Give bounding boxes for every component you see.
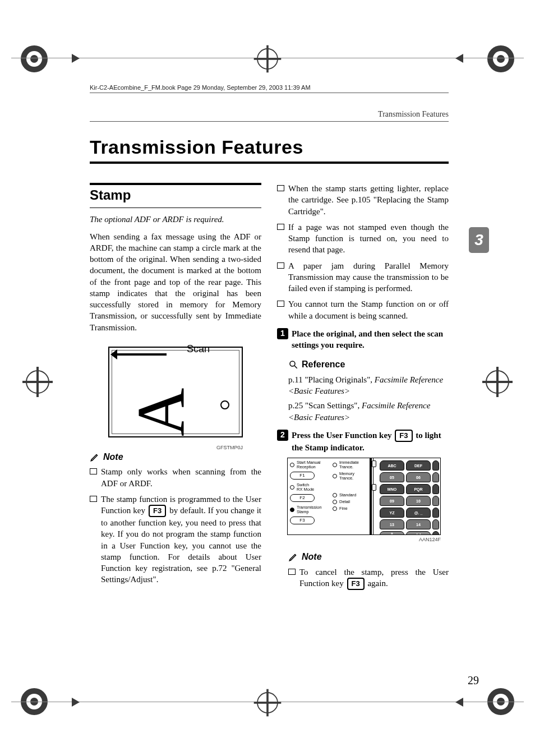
indicator-icon	[372, 460, 376, 467]
chapter-tab: 3	[469, 227, 489, 253]
led-icon	[333, 493, 337, 497]
magnifier-icon	[288, 359, 298, 370]
register-mark-top	[257, 48, 278, 70]
note-label-bottom: Note	[302, 551, 322, 563]
bottom-note-post: again.	[366, 579, 388, 588]
svg-point-8	[497, 55, 505, 63]
note-list-right-top: When the stamp starts getting lighter, r…	[277, 183, 449, 321]
page-title: Transmission Features	[90, 136, 449, 158]
step2-pre: Press the User Function key	[292, 431, 394, 440]
keypad-key	[432, 472, 439, 482]
fn-key-f1: F1	[290, 472, 315, 480]
control-panel-figure: Start ManualReception F1 SwitchRX Mode F…	[287, 458, 441, 535]
register-mark-right	[486, 370, 509, 394]
keycap-f3: F3	[347, 578, 365, 590]
reference-block: p.11 "Placing Originals", Facsimile Refe…	[277, 374, 449, 423]
keypad-key	[432, 508, 439, 518]
step-2: 2 Press the User Function key F3 to ligh…	[277, 430, 449, 453]
indicator-icon	[372, 484, 376, 491]
panel-label: TransmissionStamp	[297, 505, 321, 514]
panel-figure-code: AAN124F	[277, 536, 441, 543]
note-heading: Note	[90, 451, 261, 463]
led-icon	[333, 500, 337, 504]
keypad-key	[432, 496, 439, 506]
register-mark-bottom	[257, 692, 278, 713]
svg-point-2	[30, 55, 38, 63]
left-column: Stamp The optional ADF or ARDF is requir…	[90, 183, 261, 594]
keycap-f3: F3	[395, 430, 412, 442]
ref2-pre: p.25 "Scan Settings",	[288, 401, 362, 410]
panel-label: Start ManualReception	[297, 460, 321, 469]
panel-keypad: ABC DEF 05 06 MNO PQR	[372, 460, 439, 535]
crop-circle-tr	[486, 44, 516, 74]
keypad-key-space: ⌴Space	[406, 531, 431, 535]
fn-key-f2: F2	[290, 494, 315, 502]
keypad-key	[432, 484, 439, 494]
led-icon	[333, 463, 337, 467]
book-page-header: Kir-C2-AEcombine_F_FM.book Page 29 Monda…	[90, 84, 449, 93]
keypad-key: 09	[380, 496, 404, 506]
figure-code: GFSTMP0J	[216, 444, 243, 451]
page-number: 29	[468, 674, 479, 687]
title-rule	[90, 162, 449, 164]
list-item: If a page was not stamped even though th…	[277, 222, 449, 256]
panel-left-area: Start ManualReception F1 SwitchRX Mode F…	[290, 460, 368, 524]
guide-arrow-bl	[72, 698, 80, 707]
keypad-key: 14	[406, 519, 431, 529]
led-icon	[290, 508, 294, 512]
led-icon	[290, 463, 294, 467]
keypad-key: 05	[380, 472, 404, 482]
keypad-key: 10	[406, 496, 431, 506]
panel-label: Detail	[339, 500, 350, 504]
led-icon	[290, 485, 294, 490]
note-label: Note	[103, 451, 123, 463]
crop-circle-tl	[19, 44, 49, 74]
keypad-key-shift: ⇧Shift	[380, 531, 404, 535]
stamp-circle-icon	[220, 400, 229, 409]
svg-point-12	[290, 361, 295, 366]
reference-heading: Reference	[288, 358, 449, 371]
keypad-key: YZ	[380, 508, 404, 518]
guide-arrow-tr	[455, 54, 463, 63]
pencil-icon	[288, 552, 298, 562]
list-item: When the stamp starts getting lighter, r…	[277, 183, 449, 217]
keypad-key: PQR	[406, 484, 431, 494]
page-body: Kir-C2-AEcombine_F_FM.book Page 29 Monda…	[90, 84, 449, 594]
led-icon	[333, 506, 337, 511]
reference-line-1: p.11 "Placing Originals", Facsimile Refe…	[288, 374, 449, 397]
panel-label: SwitchRX Mode	[297, 483, 314, 492]
guide-arrow-tl	[72, 54, 80, 63]
two-column-layout: Stamp The optional ADF or ARDF is requir…	[90, 183, 449, 594]
svg-line-13	[294, 366, 297, 368]
keypad-key: @. _	[406, 508, 431, 518]
panel-label: MemoryTrance.	[339, 472, 354, 481]
scan-label: Scan	[187, 342, 210, 356]
section-heading-stamp: Stamp	[90, 183, 261, 208]
list-item: You cannot turn the Stamp function on or…	[277, 298, 449, 321]
step-number-1: 1	[277, 328, 288, 339]
right-column: When the stamp starts getting lighter, r…	[277, 183, 449, 594]
pencil-icon	[90, 452, 100, 462]
keycap-f3: F3	[149, 505, 166, 517]
led-icon	[333, 474, 337, 478]
fn-key-f3: F3	[290, 517, 315, 524]
keypad-key: MNO	[380, 484, 404, 494]
step-number-2: 2	[277, 430, 288, 441]
note2-post: by default. If you change it to another …	[101, 506, 261, 584]
list-item: Stamp only works when scanning from the …	[90, 466, 261, 489]
panel-label: ImmediateTrance.	[339, 460, 359, 469]
panel-label: Fine	[339, 506, 348, 511]
step-1: 1 Place the original, and then select th…	[277, 328, 449, 351]
keypad-key	[432, 519, 439, 529]
register-mark-left	[26, 370, 49, 394]
step-1-text: Place the original, and then select the …	[292, 329, 443, 349]
note-list-bottom: To cancel the stamp, press the User Func…	[288, 566, 449, 590]
ref1-pre: p.11 "Placing Originals",	[288, 375, 375, 384]
list-item: A paper jam during Parallel Memory Trans…	[277, 260, 449, 294]
reference-label: Reference	[302, 358, 345, 371]
scan-arrow-icon	[116, 353, 167, 356]
panel-label: Standard	[339, 493, 356, 497]
note-heading-bottom: Note	[288, 551, 449, 563]
reference-line-2: p.25 "Scan Settings", Facsimile Referenc…	[288, 400, 449, 423]
note-list-left: Stamp only works when scanning from the …	[90, 466, 261, 585]
